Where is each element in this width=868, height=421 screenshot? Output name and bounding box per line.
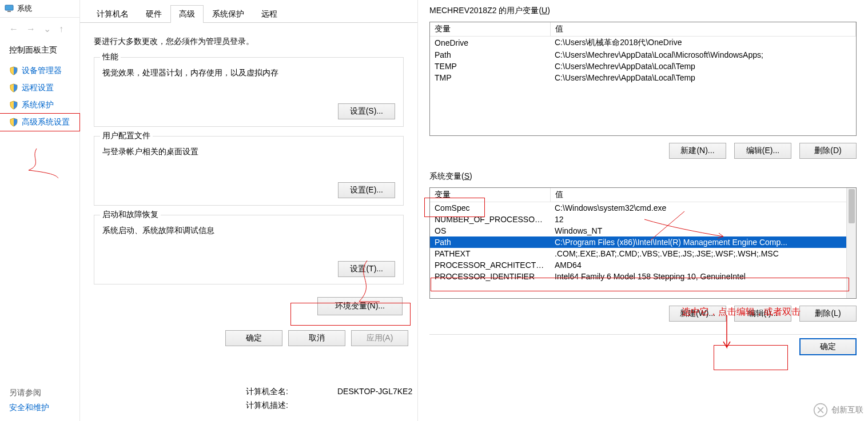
logo-icon bbox=[813, 403, 828, 418]
group-desc: 与登录帐户相关的桌面设置 bbox=[102, 142, 395, 182]
group-performance: 性能 视觉效果，处理器计划，内存使用，以及虚拟内存 设置(S)... bbox=[94, 57, 404, 127]
tab-advanced[interactable]: 高级 bbox=[170, 5, 204, 23]
system-vars-table[interactable]: 变量 值 ComSpecC:\Windows\system32\cmd.exeN… bbox=[429, 187, 857, 299]
nav-up-icon[interactable]: ↑ bbox=[59, 25, 63, 34]
sys-delete-button[interactable]: 删除(L) bbox=[799, 306, 857, 322]
user-profiles-settings-button[interactable]: 设置(E)... bbox=[338, 182, 395, 198]
sys-edit-button[interactable]: 编辑(I)... bbox=[734, 306, 791, 322]
table-row[interactable]: PROCESSOR_IDENTIFIERIntel64 Family 6 Mod… bbox=[430, 271, 856, 282]
nav-history-icon[interactable]: ⌄ bbox=[43, 25, 51, 34]
sidebar-link-device-manager[interactable]: 设备管理器 bbox=[0, 62, 79, 79]
group-desc: 视觉效果，处理器计划，内存使用，以及虚拟内存 bbox=[102, 63, 395, 103]
group-legend: 性能 bbox=[100, 52, 121, 62]
sidebar-link-label: 远程设置 bbox=[22, 83, 54, 93]
shield-icon bbox=[9, 83, 18, 93]
user-edit-button[interactable]: 编辑(E)... bbox=[734, 143, 791, 159]
group-legend: 启动和故障恢复 bbox=[100, 210, 161, 220]
var-name-cell: Path bbox=[430, 49, 550, 61]
sidebar-links: 设备管理器 远程设置 系统保护 高级系统设置 bbox=[0, 59, 79, 134]
table-row[interactable]: ComSpecC:\Windows\system32\cmd.exe bbox=[430, 202, 856, 214]
table-row[interactable]: PathC:\Users\Mechrev\AppData\Local\Micro… bbox=[430, 49, 856, 61]
var-name-cell: Path bbox=[430, 236, 550, 248]
col-header-value[interactable]: 值 bbox=[550, 22, 856, 37]
control-panel-home-label[interactable]: 控制面板主页 bbox=[0, 38, 79, 59]
var-value-cell: 12 bbox=[550, 214, 856, 225]
user-vars-table[interactable]: 变量 值 OneDriveC:\Users\机械革命2018代\OneDrive… bbox=[429, 22, 857, 136]
table-row[interactable]: NUMBER_OF_PROCESSORS12 bbox=[430, 214, 856, 225]
svg-rect-0 bbox=[5, 5, 13, 10]
sidebar-link-label: 设备管理器 bbox=[22, 66, 62, 76]
table-row[interactable]: PathC:\Program Files (x86)\Intel\Intel(R… bbox=[430, 236, 856, 248]
var-name-cell: OneDrive bbox=[430, 37, 550, 50]
tab-system-protection[interactable]: 系统保护 bbox=[204, 5, 253, 23]
dialog-button-row: 确定 取消 应用(A) bbox=[80, 327, 417, 346]
startup-recovery-settings-button[interactable]: 设置(T)... bbox=[338, 261, 395, 277]
environment-variables-dialog: MECHREV2018Z2 的用户变量(U) 变量 值 OneDriveC:\U… bbox=[417, 0, 868, 421]
col-header-value[interactable]: 值 bbox=[550, 188, 856, 202]
table-row[interactable]: PATHEXT.COM;.EXE;.BAT;.CMD;.VBS;.VBE;.JS… bbox=[430, 248, 856, 259]
system-vars-section-label: 系统变量(S) bbox=[429, 171, 857, 182]
var-name-cell: OS bbox=[430, 225, 550, 236]
var-value-cell: C:\Users\Mechrev\AppData\Local\Temp bbox=[550, 61, 856, 72]
table-row[interactable]: OneDriveC:\Users\机械革命2018代\OneDrive bbox=[430, 37, 856, 50]
shield-icon bbox=[9, 101, 18, 110]
see-also-section: 另请参阅 安全和维护 bbox=[9, 388, 49, 413]
var-name-cell: PATHEXT bbox=[430, 248, 550, 259]
environment-variables-button[interactable]: 环境变量(N)... bbox=[317, 297, 403, 315]
window-title: 系统 bbox=[0, 0, 79, 18]
annotation-squiggle bbox=[25, 147, 65, 182]
var-value-cell: .COM;.EXE;.BAT;.CMD;.VBS;.VBE;.JS;.JSE;.… bbox=[550, 248, 856, 259]
sys-new-button[interactable]: 新建(W)... bbox=[669, 306, 726, 322]
user-new-button[interactable]: 新建(N)... bbox=[669, 143, 726, 159]
col-header-variable[interactable]: 变量 bbox=[430, 22, 550, 37]
cancel-button[interactable]: 取消 bbox=[288, 330, 345, 346]
watermark-logo: 创新互联 bbox=[813, 403, 863, 418]
env-ok-button[interactable]: 确定 bbox=[799, 338, 857, 355]
group-user-profiles: 用户配置文件 与登录帐户相关的桌面设置 设置(E)... bbox=[94, 136, 404, 206]
ok-button[interactable]: 确定 bbox=[225, 330, 282, 346]
shield-icon bbox=[9, 66, 18, 75]
logo-text: 创新互联 bbox=[831, 405, 863, 415]
sidebar-link-system-protection[interactable]: 系统保护 bbox=[0, 97, 79, 114]
sidebar-link-label: 高级系统设置 bbox=[22, 117, 70, 127]
sidebar-link-label: 系统保护 bbox=[22, 100, 54, 110]
system-properties-dialog: 计算机名 硬件 高级 系统保护 远程 要进行大多数更改，您必须作为管理员登录。 … bbox=[80, 0, 417, 421]
see-also-link[interactable]: 安全和维护 bbox=[9, 403, 49, 412]
sidebar-link-remote-settings[interactable]: 远程设置 bbox=[0, 79, 79, 97]
var-value-cell: Windows_NT bbox=[550, 225, 856, 236]
nav-forward-icon[interactable]: → bbox=[26, 25, 35, 34]
group-legend: 用户配置文件 bbox=[100, 131, 153, 141]
tab-computer-name[interactable]: 计算机名 bbox=[88, 5, 137, 23]
user-vars-section-label: MECHREV2018Z2 的用户变量(U) bbox=[429, 6, 857, 16]
title-text: 系统 bbox=[17, 3, 32, 14]
var-value-cell: C:\Users\机械革命2018代\OneDrive bbox=[550, 37, 856, 50]
table-row[interactable]: TEMPC:\Users\Mechrev\AppData\Local\Temp bbox=[430, 61, 856, 72]
var-value-cell: Intel64 Family 6 Model 158 Stepping 10, … bbox=[550, 271, 856, 282]
sysinfo-label: 计算机描述: bbox=[246, 400, 303, 411]
tab-strip: 计算机名 硬件 高级 系统保护 远程 bbox=[80, 0, 417, 23]
table-row[interactable]: TMPC:\Users\Mechrev\AppData\Local\Temp bbox=[430, 72, 856, 83]
admin-note-text: 要进行大多数更改，您必须作为管理员登录。 bbox=[94, 33, 404, 57]
nav-back-icon[interactable]: ← bbox=[9, 25, 18, 34]
var-value-cell: C:\Windows\system32\cmd.exe bbox=[550, 202, 856, 214]
var-value-cell: AMD64 bbox=[550, 259, 856, 271]
var-value-cell: C:\Users\Mechrev\AppData\Local\Microsoft… bbox=[550, 49, 856, 61]
group-desc: 系统启动、系统故障和调试信息 bbox=[102, 221, 395, 261]
tab-remote[interactable]: 远程 bbox=[253, 5, 286, 23]
col-header-variable[interactable]: 变量 bbox=[430, 188, 550, 202]
performance-settings-button[interactable]: 设置(S)... bbox=[338, 103, 395, 119]
table-row[interactable]: PROCESSOR_ARCHITECTUREAMD64 bbox=[430, 259, 856, 271]
sidebar-link-advanced-system-settings[interactable]: 高级系统设置 bbox=[0, 114, 79, 131]
apply-button[interactable]: 应用(A) bbox=[351, 330, 408, 346]
user-delete-button[interactable]: 删除(D) bbox=[799, 143, 857, 159]
group-startup-recovery: 启动和故障恢复 系统启动、系统故障和调试信息 设置(T)... bbox=[94, 215, 404, 284]
system-vars-button-row: 新建(W)... 编辑(I)... 删除(L) bbox=[429, 299, 857, 332]
table-row[interactable]: OSWindows_NT bbox=[430, 225, 856, 236]
control-panel-sidebar: 系统 ← → ⌄ ↑ 控制面板主页 设备管理器 远程设置 系统保护 高 bbox=[0, 0, 80, 421]
monitor-icon bbox=[5, 4, 14, 13]
var-name-cell: NUMBER_OF_PROCESSORS bbox=[430, 214, 550, 225]
tab-hardware[interactable]: 硬件 bbox=[137, 5, 170, 23]
scrollbar[interactable] bbox=[846, 188, 856, 298]
sysinfo-label: 计算机全名: bbox=[246, 387, 303, 397]
nav-toolbar: ← → ⌄ ↑ bbox=[0, 18, 79, 38]
